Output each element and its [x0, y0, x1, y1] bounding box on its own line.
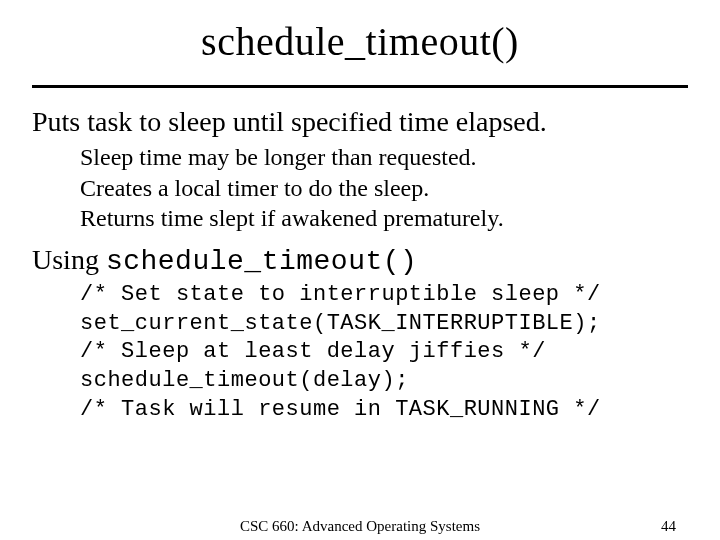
slide: schedule_timeout() Puts task to sleep un…	[0, 0, 720, 540]
sub-line-1: Sleep time may be longer than requested.	[80, 142, 688, 173]
code-block: /* Set state to interruptible sleep */ s…	[80, 281, 688, 424]
code-line-5: /* Task will resume in TASK_RUNNING */	[80, 397, 601, 422]
footer-page-number: 44	[661, 518, 676, 535]
slide-title: schedule_timeout()	[32, 18, 688, 71]
sub-line-3: Returns time slept if awakened premature…	[80, 203, 688, 234]
using-line: Using schedule_timeout()	[32, 244, 688, 277]
code-line-4: schedule_timeout(delay);	[80, 368, 409, 393]
code-line-3: /* Sleep at least delay jiffies */	[80, 339, 546, 364]
using-fn: schedule_timeout()	[106, 246, 417, 277]
lead-line: Puts task to sleep until specified time …	[32, 106, 688, 138]
sub-line-2: Creates a local timer to do the sleep.	[80, 173, 688, 204]
footer-course: CSC 660: Advanced Operating Systems	[0, 518, 720, 535]
using-prefix: Using	[32, 244, 106, 275]
title-rule	[32, 85, 688, 88]
code-line-2: set_current_state(TASK_INTERRUPTIBLE);	[80, 311, 601, 336]
code-line-1: /* Set state to interruptible sleep */	[80, 282, 601, 307]
